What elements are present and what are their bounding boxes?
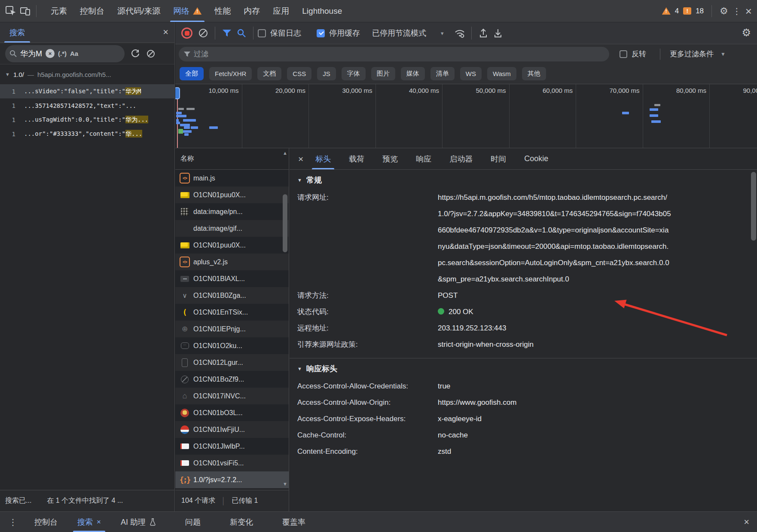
clear-search-icon[interactable]: × bbox=[46, 49, 55, 58]
drawer-tab-新变化[interactable]: 新变化 bbox=[227, 512, 256, 532]
filter-chip-CSS[interactable]: CSS bbox=[287, 67, 311, 80]
search-result-group-header[interactable]: ▼ 1.0/ — h5api.m.goofish.com/h5... bbox=[0, 64, 174, 84]
filter-chip-JS[interactable]: JS bbox=[317, 67, 336, 80]
request-list-scrollbar[interactable]: ▲ ▼ bbox=[281, 148, 289, 490]
filter-chip-Fetch/XHR[interactable]: Fetch/XHR bbox=[209, 67, 252, 80]
close-details-icon[interactable]: × bbox=[298, 154, 303, 164]
drawer-tab-问题[interactable]: 问题 bbox=[183, 512, 203, 532]
drawer-tab-搜索[interactable]: 搜索× bbox=[75, 512, 104, 532]
search-input[interactable]: 华为M × (.*) Aa bbox=[5, 45, 125, 62]
request-row[interactable]: O1CN01JlwlbP... bbox=[175, 438, 289, 455]
details-tab-预览[interactable]: 预览 bbox=[376, 148, 404, 169]
throttling-dropdown-icon[interactable]: ▾ bbox=[441, 30, 444, 37]
scroll-down-icon[interactable]: ▼ bbox=[282, 481, 288, 486]
import-har-icon[interactable] bbox=[477, 27, 490, 40]
top-tab-应用[interactable]: 应用 bbox=[266, 0, 296, 22]
details-tab-启动器[interactable]: 启动器 bbox=[443, 148, 479, 169]
top-tab-内存[interactable]: 内存 bbox=[237, 0, 266, 22]
close-devtools-icon[interactable]: × bbox=[745, 6, 752, 17]
filter-chip-媒体[interactable]: 媒体 bbox=[401, 67, 425, 80]
network-search-icon[interactable] bbox=[235, 27, 248, 40]
clear-network-log-icon[interactable] bbox=[197, 27, 210, 40]
request-row[interactable]: main.js bbox=[175, 170, 289, 187]
details-tab-标头[interactable]: 标头 bbox=[309, 148, 337, 169]
drawer-menu-icon[interactable]: ⋮ bbox=[9, 517, 17, 527]
request-row[interactable]: O1CN01BoZf9... bbox=[175, 371, 289, 388]
details-tab-载荷[interactable]: 载荷 bbox=[343, 148, 370, 169]
search-result-row[interactable]: 1...or":"#333333","content":"华... bbox=[0, 127, 174, 141]
request-row[interactable]: O1CN01lEPnjg... bbox=[175, 321, 289, 337]
general-section-header[interactable]: ▼ 常规 bbox=[290, 170, 757, 190]
filter-icon[interactable] bbox=[220, 27, 233, 40]
request-row[interactable]: O1CN01vsiFi5... bbox=[175, 455, 289, 471]
request-row[interactable]: O1CN01B0Zga... bbox=[175, 287, 289, 304]
throttling-select[interactable]: 已停用节流模式 bbox=[372, 28, 426, 38]
invert-filter-checkbox[interactable] bbox=[620, 50, 627, 58]
scrollbar-thumb[interactable] bbox=[283, 194, 287, 252]
drawer-tab-覆盖率[interactable]: 覆盖率 bbox=[280, 512, 308, 532]
top-tab-控制台[interactable]: 控制台 bbox=[73, 0, 111, 22]
filter-chip-WS[interactable]: WS bbox=[460, 67, 482, 80]
case-sensitive-toggle[interactable]: Aa bbox=[70, 50, 78, 57]
record-network-log-button[interactable] bbox=[181, 28, 192, 39]
preserve-log-checkbox[interactable] bbox=[258, 29, 266, 37]
filter-chip-图片[interactable]: 图片 bbox=[371, 67, 395, 80]
details-tab-Cookie[interactable]: Cookie bbox=[518, 148, 554, 169]
request-row[interactable]: O1CN01EnTSix... bbox=[175, 304, 289, 321]
top-tab-网络[interactable]: 网络! bbox=[167, 0, 208, 22]
request-row[interactable]: O1CN01BlAXL... bbox=[175, 270, 289, 287]
network-overview-timeline[interactable]: 10,000 ms20,000 ms30,000 ms40,000 ms50,0… bbox=[175, 84, 757, 148]
timeline-range-handle[interactable] bbox=[175, 87, 180, 99]
filter-input[interactable]: 过滤 bbox=[179, 47, 609, 61]
request-row[interactable]: O1CN01puu0X... bbox=[175, 237, 289, 254]
close-drawer-tab-icon[interactable]: × bbox=[97, 518, 101, 526]
request-row[interactable]: data:image/gif... bbox=[175, 220, 289, 237]
filter-chip-字体[interactable]: 字体 bbox=[342, 67, 366, 80]
top-tab-Lighthouse[interactable]: Lighthouse bbox=[296, 0, 348, 22]
filter-chip-清单[interactable]: 清单 bbox=[430, 67, 455, 80]
network-settings-gear-icon[interactable]: ⚙ bbox=[742, 28, 751, 38]
search-result-row[interactable]: 1...usTagWidth":0.0,"title":"华为... bbox=[0, 113, 174, 127]
request-row[interactable]: O1CN01IwFjiU... bbox=[175, 421, 289, 438]
warnings-icon[interactable]: ! bbox=[662, 7, 671, 15]
request-row[interactable]: O1CN017iNVC... bbox=[175, 388, 289, 404]
network-conditions-icon[interactable] bbox=[453, 27, 466, 40]
export-har-icon[interactable] bbox=[491, 27, 504, 40]
more-filters-button[interactable]: 更多过滤条件 bbox=[670, 49, 714, 59]
details-tab-响应[interactable]: 响应 bbox=[410, 148, 437, 169]
close-drawer-icon[interactable]: × bbox=[744, 517, 749, 528]
response-headers-section-header[interactable]: ▼ 响应标头 bbox=[290, 358, 757, 378]
more-menu-icon[interactable]: ⋮ bbox=[733, 7, 741, 15]
request-row[interactable]: data:image/pn... bbox=[175, 203, 289, 220]
request-row[interactable]: O1CN012Lgur... bbox=[175, 354, 289, 371]
request-row[interactable]: O1CN01O2ku... bbox=[175, 337, 289, 354]
filter-chip-Wasm[interactable]: Wasm bbox=[487, 67, 516, 80]
drawer-tab-AI 助理[interactable]: AI 助理 bbox=[118, 512, 159, 532]
details-tab-时间[interactable]: 时间 bbox=[485, 148, 512, 169]
inspect-element-icon[interactable] bbox=[3, 4, 18, 18]
disable-cache-checkbox[interactable] bbox=[317, 29, 325, 37]
filter-chip-文档[interactable]: 文档 bbox=[257, 67, 281, 80]
drawer-tab-控制台[interactable]: 控制台 bbox=[32, 512, 60, 532]
request-row[interactable]: O1CN01puu0X... bbox=[175, 187, 289, 203]
request-row[interactable]: 1.0/?jsv=2.7.2... bbox=[175, 471, 289, 488]
details-scrollbar-thumb[interactable] bbox=[751, 172, 756, 241]
request-row[interactable]: aplus_v2.js bbox=[175, 254, 289, 270]
scroll-up-icon[interactable]: ▲ bbox=[282, 150, 288, 156]
settings-gear-icon[interactable]: ⚙ bbox=[720, 6, 728, 16]
filter-chip-其他[interactable]: 其他 bbox=[522, 67, 546, 80]
request-list-header[interactable]: 名称 bbox=[175, 148, 289, 170]
refresh-search-icon[interactable] bbox=[131, 49, 140, 58]
top-tab-源代码/来源[interactable]: 源代码/来源 bbox=[111, 0, 167, 22]
search-panel-close-icon[interactable]: × bbox=[163, 27, 168, 38]
clear-results-icon[interactable] bbox=[146, 49, 156, 58]
search-result-row[interactable]: 1...sVideo":"false","title":"华为M bbox=[0, 84, 174, 98]
filter-chip-全部[interactable]: 全部 bbox=[180, 67, 204, 80]
request-row[interactable]: O1CN01bO3L... bbox=[175, 404, 289, 421]
device-toolbar-icon[interactable] bbox=[18, 4, 33, 18]
top-tab-性能[interactable]: 性能 bbox=[208, 0, 237, 22]
regex-toggle[interactable]: (.*) bbox=[58, 50, 67, 57]
search-panel-tab[interactable]: 搜索 bbox=[8, 22, 27, 43]
search-result-row[interactable]: 1...3571428571428572,"text":"... bbox=[0, 98, 174, 113]
top-tab-元素[interactable]: 元素 bbox=[44, 0, 73, 22]
